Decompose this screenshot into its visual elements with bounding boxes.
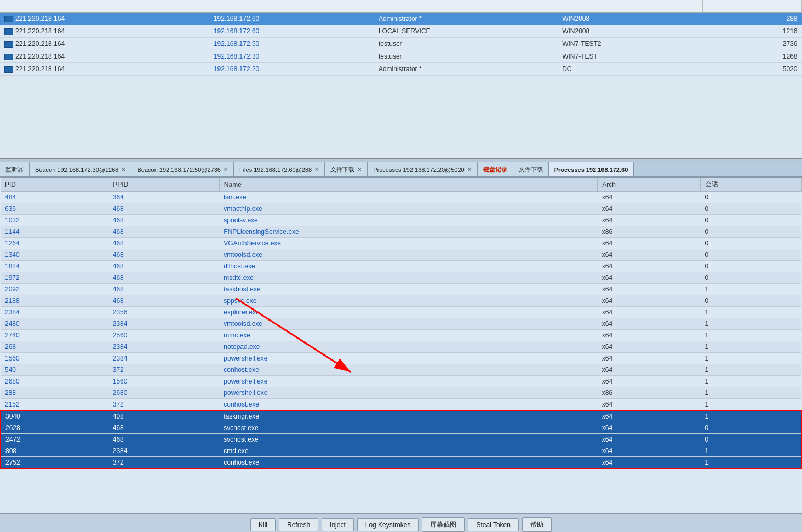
col-note[interactable] (703, 0, 731, 13)
cell-ppid: 2384 (108, 445, 220, 457)
cell-session: 1 (700, 284, 801, 295)
process-row[interactable]: 2384 2356 explorer.exe x64 1 (1, 307, 801, 318)
cell-session: 1 (700, 364, 801, 376)
process-row[interactable]: 484 364 lsm.exe x64 0 (1, 192, 801, 203)
toolbar-btn-steal-token[interactable]: Steal Token (468, 518, 519, 531)
toolbar-btn-屏幕截图[interactable]: 屏幕截图 (422, 517, 465, 532)
process-row[interactable]: 2152 372 conhost.exe x64 1 (1, 399, 801, 411)
toolbar-btn-inject[interactable]: Inject (322, 518, 354, 531)
tab-item-5[interactable]: Processes 192.168.172.20@5020✕ (368, 162, 478, 177)
cell-arch: x64 (598, 330, 701, 341)
session-panel: 221.220.218.164 192.168.172.60 Administr… (0, 0, 802, 159)
cell-name: spoolsv.exe (219, 215, 597, 226)
col-arch[interactable]: Arch (598, 178, 701, 192)
session-row[interactable]: 221.220.218.164 192.168.172.60 LOCAL SER… (0, 25, 802, 38)
process-row[interactable]: 1032 468 spoolsv.exe x64 0 (1, 215, 801, 226)
process-row[interactable]: 1972 468 msdtc.exe x64 0 (1, 272, 801, 284)
toolbar-btn-refresh[interactable]: Refresh (279, 518, 318, 531)
process-row[interactable]: 2092 468 taskhost.exe x64 1 (1, 284, 801, 295)
process-row[interactable]: 268 2384 notepad.exe x64 1 (1, 341, 801, 353)
cell-external: 221.220.218.164 (0, 38, 209, 50)
process-row[interactable]: 2472 468 svchost.exe x64 0 (1, 434, 801, 445)
process-row[interactable]: 540 372 conhost.exe x64 1 (1, 364, 801, 376)
tab-item-6[interactable]: 键盘记录 (478, 162, 513, 177)
tab-label: 监听器 (5, 165, 24, 174)
session-row[interactable]: 221.220.218.164 192.168.172.60 Administr… (0, 13, 802, 25)
cell-name: svchost.exe (219, 434, 597, 445)
bottom-toolbar: KillRefreshInjectLog Keystrokes屏幕截图Steal… (0, 513, 802, 532)
process-row[interactable]: 2680 1560 powershell.exe x64 1 (1, 376, 801, 387)
tab-close-btn[interactable]: ✕ (467, 167, 472, 173)
process-row[interactable]: 1340 468 vmtoolsd.exe x64 0 (1, 249, 801, 261)
process-row[interactable]: 2628 468 svchost.exe x64 0 (1, 422, 801, 434)
cell-ppid: 468 (108, 261, 220, 272)
process-row[interactable]: 808 2384 cmd.exe x64 1 (1, 445, 801, 457)
cell-name: conhost.exe (219, 457, 597, 469)
cell-arch: x64 (598, 457, 701, 469)
col-user[interactable] (374, 0, 558, 13)
session-row[interactable]: 221.220.218.164 192.168.172.50 testuser … (0, 38, 802, 50)
process-row[interactable]: 1824 468 dllhost.exe x64 0 (1, 261, 801, 272)
process-row[interactable]: 2480 2384 vmtoolsd.exe x64 1 (1, 318, 801, 330)
process-row[interactable]: 2740 2560 mmc.exe x64 1 (1, 330, 801, 341)
process-row[interactable]: 636 468 vmacthlp.exe x64 0 (1, 203, 801, 215)
cell-arch: x64 (598, 318, 701, 330)
tab-item-4[interactable]: 文件下载✕ (325, 162, 368, 177)
tab-item-2[interactable]: Beacon 192.168.172.50@2736✕ (131, 162, 233, 177)
tab-item-0[interactable]: 监听器 (0, 162, 30, 177)
tab-item-1[interactable]: Beacon 192.168.172.30@1268✕ (30, 162, 131, 177)
cell-name: lsm.exe (219, 192, 597, 203)
tab-item-7[interactable]: 文件下载 (513, 162, 549, 177)
cell-pid: 1264 (1, 238, 108, 249)
cell-pid: 2752 (1, 457, 108, 469)
cell-session: 0 (700, 238, 801, 249)
process-row[interactable]: 1560 2384 powershell.exe x64 1 (1, 353, 801, 364)
cell-session: 1 (700, 376, 801, 387)
tab-close-btn[interactable]: ✕ (224, 167, 228, 173)
session-row[interactable]: 221.220.218.164 192.168.172.20 Administr… (0, 63, 802, 76)
process-row[interactable]: 2188 468 sppsvc.exe x64 0 (1, 295, 801, 307)
process-row[interactable]: 1144 468 FNPLicensingService.exe x86 0 (1, 226, 801, 238)
toolbar-btn-log-keystrokes[interactable]: Log Keystrokes (357, 518, 419, 531)
col-pid[interactable] (731, 0, 801, 13)
toolbar-btn-kill[interactable]: Kill (250, 518, 276, 531)
process-row[interactable]: 288 2680 powershell.exe x86 1 (1, 387, 801, 399)
session-row[interactable]: 221.220.218.164 192.168.172.30 testuser … (0, 50, 802, 63)
cell-pid: 5020 (731, 63, 801, 76)
col-external[interactable] (0, 0, 209, 13)
session-icon (4, 28, 13, 35)
cell-name: vmtoolsd.exe (219, 249, 597, 261)
cell-user: testuser (374, 38, 558, 50)
col-name[interactable]: Name (219, 178, 597, 192)
cell-session: 1 (700, 330, 801, 341)
tab-close-btn[interactable]: ✕ (314, 167, 319, 173)
tab-label: Beacon 192.168.172.50@2736 (137, 167, 220, 173)
cell-pid: 2472 (1, 434, 108, 445)
process-row[interactable]: 3040 408 taskmgr.exe x64 1 (1, 410, 801, 422)
col-computer[interactable] (558, 0, 702, 13)
col-ppid[interactable]: PPID (108, 178, 220, 192)
col-internal[interactable] (209, 0, 374, 13)
process-row[interactable]: 2752 372 conhost.exe x64 1 (1, 457, 801, 469)
cell-pid: 2384 (1, 307, 108, 318)
session-icon (4, 54, 13, 60)
cell-computer: WIN7-TEST2 (558, 38, 702, 50)
col-session[interactable]: 会话 (700, 178, 801, 192)
toolbar-btn-帮助[interactable]: 帮助 (522, 517, 552, 532)
tab-item-8[interactable]: Processes 192.168.172.60 (549, 162, 634, 177)
cell-arch: x86 (598, 226, 701, 238)
cell-external: 221.220.218.164 (0, 50, 209, 63)
cell-pid: 1340 (1, 249, 108, 261)
session-table: 221.220.218.164 192.168.172.60 Administr… (0, 0, 802, 76)
tab-item-3[interactable]: Files 192.168.172.60@288✕ (234, 162, 325, 177)
cell-session: 0 (700, 249, 801, 261)
cell-pid: 1032 (1, 215, 108, 226)
cell-session: 0 (700, 434, 801, 445)
process-row[interactable]: 1264 468 VGAuthService.exe x64 0 (1, 238, 801, 249)
cell-name: powershell.exe (219, 387, 597, 399)
tab-close-btn[interactable]: ✕ (357, 167, 362, 173)
col-pid[interactable]: PID (1, 178, 108, 192)
cell-pid: 636 (1, 203, 108, 215)
cell-session: 0 (700, 226, 801, 238)
tab-close-btn[interactable]: ✕ (121, 167, 125, 173)
